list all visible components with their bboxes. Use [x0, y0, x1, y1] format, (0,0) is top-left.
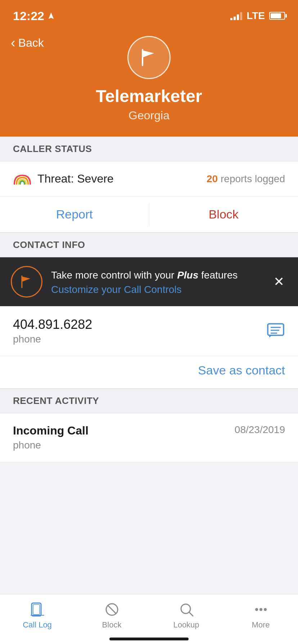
phone-info: 404.891.6282 phone	[13, 317, 92, 345]
promo-text-area: Take more control with your Plus feature…	[51, 268, 271, 295]
nav-item-call-log[interactable]: Call Log	[0, 602, 74, 630]
phone-row: 404.891.6282 phone	[0, 306, 298, 356]
signal-icon	[230, 12, 242, 20]
action-buttons: Report Block	[0, 197, 298, 233]
recent-activity-section-header: RECENT ACTIVITY	[0, 388, 298, 413]
back-button[interactable]: ‹ Back	[11, 36, 44, 50]
call-log-icon	[30, 602, 45, 617]
svg-point-11	[255, 608, 258, 611]
bottom-nav: Call Log Block Lookup More	[0, 594, 298, 644]
reports-count: 20	[207, 173, 218, 184]
activity-date: 08/23/2019	[235, 424, 285, 436]
promo-banner: Take more control with your Plus feature…	[0, 257, 298, 306]
reports-label: reports logged	[221, 173, 285, 184]
status-bar: 12:22 LTE	[0, 0, 298, 29]
more-icon	[253, 602, 269, 617]
back-label: Back	[18, 36, 44, 50]
message-icon-button[interactable]	[266, 321, 285, 341]
promo-logo	[11, 266, 42, 298]
phone-number: 404.891.6282	[13, 317, 92, 332]
nav-label-lookup: Lookup	[173, 620, 199, 630]
caller-status-row: Threat: Severe 20 reports logged	[0, 161, 298, 197]
flag-icon	[138, 47, 160, 68]
status-indicators: LTE	[230, 10, 285, 22]
contact-info-section-header: CONTACT INFO	[0, 233, 298, 257]
nav-item-more[interactable]: More	[224, 602, 298, 630]
block-button[interactable]: Block	[149, 197, 298, 232]
nav-item-lookup[interactable]: Lookup	[149, 602, 224, 630]
time-display: 12:22	[13, 9, 44, 23]
save-contact-row: Save as contact	[0, 356, 298, 388]
activity-subtitle: phone	[13, 440, 89, 451]
status-time: 12:22	[13, 9, 55, 23]
caller-header: ‹ Back Telemarketer Georgia	[0, 29, 298, 137]
nav-item-block[interactable]: Block	[74, 602, 149, 630]
promo-main-text: Take more control with your Plus feature…	[51, 270, 238, 281]
activity-row: Incoming Call phone 08/23/2019	[0, 413, 298, 462]
promo-close-button[interactable]: ✕	[271, 272, 287, 291]
nav-label-more: More	[252, 620, 270, 630]
promo-link[interactable]: Customize your Call Controls	[51, 284, 271, 295]
caller-location: Georgia	[128, 109, 170, 122]
activity-title: Incoming Call	[13, 424, 89, 437]
back-chevron-icon: ‹	[11, 36, 15, 50]
threat-left: Threat: Severe	[13, 172, 114, 185]
caller-status-section-header: CALLER STATUS	[0, 137, 298, 161]
nav-label-call-log: Call Log	[23, 620, 52, 630]
reports-text: 20 reports logged	[207, 173, 285, 185]
message-icon	[266, 321, 285, 340]
location-icon	[47, 12, 55, 20]
block-icon	[104, 602, 120, 617]
threat-icon	[13, 172, 32, 185]
promo-plus-text: Plus	[177, 270, 198, 281]
nav-label-block: Block	[102, 620, 122, 630]
caller-name: Telemarketer	[96, 86, 202, 106]
activity-info: Incoming Call phone	[13, 424, 89, 451]
home-indicator	[109, 638, 189, 640]
svg-line-10	[189, 612, 193, 616]
lookup-icon	[179, 602, 194, 617]
caller-icon-circle	[127, 36, 171, 79]
lte-label: LTE	[247, 10, 265, 22]
battery-icon	[269, 12, 285, 20]
promo-flag-icon	[19, 274, 35, 290]
svg-point-12	[259, 608, 262, 611]
phone-label: phone	[13, 334, 92, 345]
svg-rect-5	[33, 604, 40, 615]
svg-point-13	[264, 608, 267, 611]
main-content: CALLER STATUS Threat: Severe 20 reports …	[0, 137, 298, 520]
save-contact-button[interactable]: Save as contact	[198, 363, 285, 377]
report-button[interactable]: Report	[0, 197, 149, 232]
threat-text: Threat: Severe	[37, 172, 114, 185]
svg-line-8	[108, 605, 116, 614]
